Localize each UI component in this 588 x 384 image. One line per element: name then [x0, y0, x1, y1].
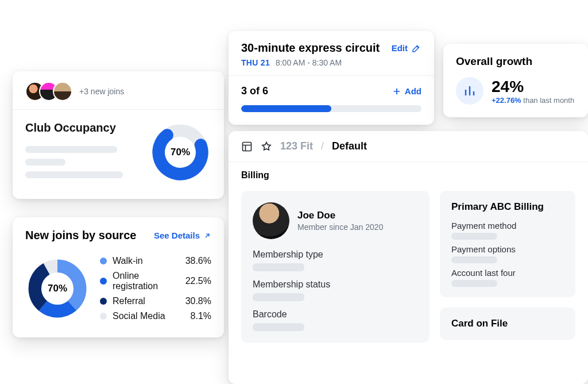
legend-label: Online registration: [113, 271, 180, 291]
legend-label: Walk-in: [113, 256, 180, 266]
legend-dot: [100, 298, 107, 305]
plus-icon: [392, 87, 401, 96]
legend-value: 22.5%: [185, 276, 211, 286]
legend-dot: [100, 313, 107, 320]
session-progress: [241, 105, 421, 112]
legend-label: Social Media: [113, 311, 185, 321]
star-icon[interactable]: [261, 141, 272, 152]
occupancy-donut: 70%: [149, 121, 211, 183]
joins-legend: Walk-in 38.6% Online registration 22.5% …: [100, 251, 211, 326]
member-name: Joe Doe: [297, 210, 383, 221]
legend-value: 8.1%: [191, 311, 211, 321]
growth-suffix: than last month: [521, 96, 575, 105]
placeholder-line: [253, 323, 304, 331]
field-label: Membership status: [253, 279, 418, 290]
legend-item: Walk-in 38.6%: [100, 256, 211, 266]
billing-panel: 123 Fit / Default Billing Joe Doe Member…: [229, 131, 588, 384]
member-since: Member since Jan 2020: [297, 222, 383, 232]
see-details-label: See Details: [154, 231, 200, 240]
placeholder-line: [253, 263, 304, 271]
see-details-link[interactable]: See Details: [154, 231, 211, 240]
new-joins-title: New joins by source: [25, 229, 136, 242]
occupancy-percent: 70%: [149, 121, 211, 183]
new-joins-card: New joins by source See Details 70% Walk…: [13, 217, 224, 337]
placeholder-line: [25, 146, 117, 153]
primary-billing-title: Primary ABC Billing: [451, 201, 564, 213]
svg-rect-6: [243, 142, 252, 151]
breadcrumb-current: Default: [332, 140, 367, 152]
member-panel: Joe Doe Member since Jan 2020 Membership…: [241, 191, 430, 343]
breadcrumb-separator: /: [321, 140, 324, 152]
card-on-file-panel: Card on File: [440, 308, 575, 340]
session-time: 8:00 AM - 8:30 AM: [276, 58, 342, 67]
primary-billing-panel: Primary ABC Billing Payment method Payme…: [440, 191, 575, 297]
placeholder-line: [451, 256, 497, 263]
add-label: Add: [405, 86, 421, 96]
field-label: Membership type: [253, 249, 418, 260]
edit-button[interactable]: Edit: [392, 43, 421, 53]
legend-dot: [100, 258, 107, 264]
field-label: Payment options: [451, 244, 564, 254]
joins-donut: 70%: [25, 256, 90, 321]
placeholder-line: [451, 233, 497, 240]
club-occupancy-card: +3 new joins Club Occupancy 70%: [13, 71, 224, 199]
bar-chart-icon: [456, 77, 483, 105]
session-count: 3 of 6: [241, 85, 268, 97]
avatar-stack: [25, 82, 72, 101]
growth-value: 24%: [492, 78, 574, 96]
section-heading: Billing: [229, 162, 588, 191]
session-title: 30-minute express circuit: [241, 41, 380, 55]
edit-label: Edit: [392, 43, 408, 53]
new-joins-label: +3 new joins: [79, 87, 124, 96]
avatar: [53, 82, 72, 101]
legend-value: 38.6%: [185, 256, 211, 266]
field-label: Barcode: [253, 309, 418, 320]
placeholder-line: [25, 171, 123, 178]
session-card: 30-minute express circuit Edit THU 21 8:…: [229, 31, 434, 125]
legend-value: 30.8%: [185, 296, 211, 306]
session-day: THU 21: [241, 58, 270, 67]
growth-subtext: +22.76% than last month: [492, 96, 574, 105]
member-avatar: [253, 202, 289, 239]
legend-item: Referral 30.8%: [100, 296, 211, 306]
layout-icon[interactable]: [241, 141, 253, 152]
overall-growth-card: Overall growth 24% +22.76% than last mon…: [443, 44, 588, 117]
new-joins-row: +3 new joins: [13, 71, 224, 109]
card-on-file-title: Card on File: [451, 318, 564, 329]
legend-item: Online registration 22.5%: [100, 271, 211, 291]
edit-icon: [411, 43, 421, 53]
placeholder-line: [451, 280, 497, 287]
legend-label: Referral: [113, 296, 180, 306]
placeholder-line: [253, 293, 304, 301]
external-link-icon: [203, 232, 211, 240]
placeholder-line: [25, 159, 65, 166]
legend-item: Social Media 8.1%: [100, 311, 211, 321]
growth-delta: +22.76%: [492, 96, 521, 105]
joins-percent: 70%: [25, 256, 90, 321]
club-occupancy-title: Club Occupancy: [25, 121, 140, 135]
field-label: Account last four: [451, 268, 564, 278]
field-label: Payment method: [451, 221, 564, 231]
progress-fill: [241, 105, 331, 112]
breadcrumb-org[interactable]: 123 Fit: [280, 140, 313, 152]
legend-dot: [100, 278, 107, 285]
add-button[interactable]: Add: [392, 86, 421, 96]
growth-title: Overall growth: [456, 55, 575, 68]
